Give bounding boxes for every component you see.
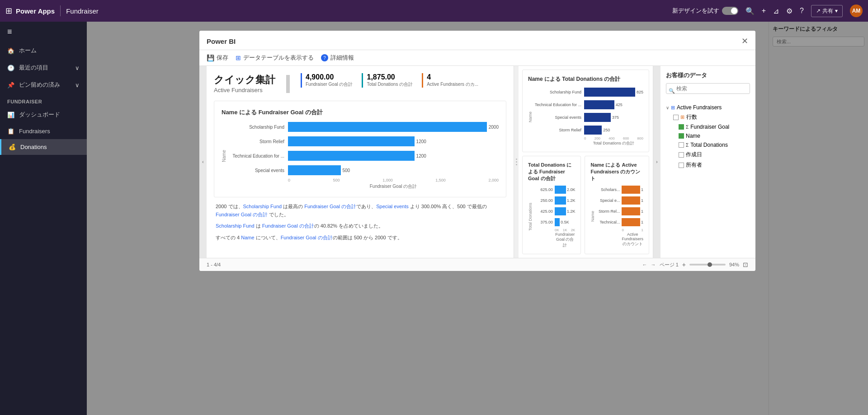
search-icon[interactable]: 🔍: [745, 7, 755, 15]
desc-link-1: Scholarship Fund: [243, 204, 282, 209]
checkbox-fundraiser-goal: [679, 124, 684, 130]
right-top-chart-title: Name による Total Donations の合計: [528, 75, 643, 83]
desc-link-7: Name: [241, 235, 254, 240]
tree-label-rows: 行数: [686, 113, 697, 121]
tree-label-total-donations: Total Donations: [690, 142, 728, 148]
toggle-track[interactable]: [722, 7, 738, 15]
info-button[interactable]: ? 詳細情報: [321, 54, 354, 62]
new-design-toggle[interactable]: 新デザインを試す: [672, 7, 738, 15]
data-table-button[interactable]: ⊞ データテーブルを表示する: [236, 54, 314, 62]
fundraisers-icon: 📋: [7, 128, 14, 135]
modal: Power BI ✕ 💾 保存 ⊞ データテーブルを表示する ? 詳細: [199, 31, 755, 271]
divider-dot-1: [516, 159, 517, 160]
x-axis-ticks: 0 500 1,000 1,500 2,000: [229, 178, 499, 182]
tree-item-owner[interactable]: 所有者: [666, 160, 750, 170]
bl-x-ticks: 0K 1K 2K: [534, 228, 575, 232]
modal-footer: 1 - 4/4 ← → ページ 1 + 94% ⊡: [199, 258, 755, 271]
rtbar-4: Storm Relief 250: [534, 126, 643, 135]
desc-link-4: Fundraiser Goal の合計: [216, 212, 268, 217]
br-x-label: Active Fundraisers のカウント: [597, 232, 643, 247]
page-info: 1 - 4/4: [207, 262, 221, 267]
metric-label-2: Total Donations の合計: [367, 81, 413, 88]
bar-row-2: Storm Relief 1200: [229, 136, 499, 146]
brchart-title: Name による Active Fundraisers のカウント: [590, 162, 643, 182]
filter-icon[interactable]: ⊿: [773, 7, 779, 15]
rt-x-label: Total Donations の合計: [534, 140, 643, 146]
topbar: ⊞ Power Apps Fundraiser 新デザインを試す 🔍 + ⊿ ⚙…: [0, 0, 868, 22]
tree-item-active-fundraisers[interactable]: ∨ ⊞ Active Fundraisers: [666, 103, 750, 112]
donations-icon: 💰: [9, 144, 16, 150]
desc-p2: Scholarship Fund は Fundraiser Goal の合計の …: [216, 222, 505, 230]
fullscreen-icon[interactable]: ⊡: [743, 261, 748, 268]
metric-value-2: 1,875.00: [367, 73, 413, 81]
nav-prev[interactable]: ←: [642, 262, 647, 267]
rtbar-3: Special events 375: [534, 113, 643, 122]
sidebar-item-home[interactable]: 🏠 ホーム: [0, 42, 87, 59]
metric-label-1: Fundraiser Goal の合計: [306, 81, 353, 88]
sidebar-item-dashboard[interactable]: 📊 ダッシュボード: [0, 106, 87, 123]
tree-item-total-donations[interactable]: Σ Total Donations: [666, 140, 750, 149]
y-label-left: Name: [222, 150, 226, 162]
right-collapse-panel[interactable]: ›: [653, 66, 660, 258]
app-name: Power Apps: [16, 7, 55, 15]
bar-val-1: 2000: [489, 125, 499, 130]
sidebar-item-pinned[interactable]: 📌 ピン留めの済み ∨: [0, 76, 87, 93]
sidebar-item-donations[interactable]: 💰 Donations: [0, 139, 87, 155]
folder-icon-1: ⊞: [671, 105, 675, 111]
save-button[interactable]: 💾 保存: [207, 54, 228, 62]
tree-label-owner: 所有者: [686, 161, 702, 169]
data-search-input[interactable]: [666, 83, 750, 94]
bar-row-3: Technical Education for ... 1200: [229, 151, 499, 161]
help-icon[interactable]: ?: [800, 7, 804, 15]
tree-item-name[interactable]: Name: [666, 131, 750, 140]
add-icon[interactable]: +: [762, 7, 766, 15]
nav-next[interactable]: →: [651, 262, 656, 267]
tree-item-created-date[interactable]: 作成日: [666, 149, 750, 160]
search-icon-data: 🔍: [669, 88, 675, 94]
desc-link-5: Scholarship Fund: [216, 223, 255, 228]
tree-item-fundraiser-goal[interactable]: Σ Fundraiser Goal: [666, 122, 750, 131]
left-panel: クイック集計 Active Fundraisers 4,900.00 Fundr…: [207, 66, 514, 258]
sidebar-item-recent[interactable]: 🕐 最近の項目 ∨: [0, 59, 87, 76]
info-icon: ?: [321, 54, 328, 61]
left-collapse-panel[interactable]: ‹: [199, 66, 207, 258]
bottom-charts-row: Total Donations による Fundraiser Goal の合計 …: [522, 156, 649, 254]
vertical-divider[interactable]: [514, 66, 519, 258]
tree-chevron-1: ∨: [666, 105, 669, 110]
blbar-3: 425.00 1.2K: [534, 207, 575, 215]
avatar[interactable]: AM: [850, 5, 863, 17]
settings-icon[interactable]: ⚙: [786, 7, 793, 15]
table-icon-rows: ⊞: [680, 114, 684, 120]
blchart-y-label: Total Donations: [528, 186, 533, 248]
brchart-body: Name Scholars... 1: [590, 186, 643, 247]
home-icon: 🏠: [7, 47, 14, 54]
pin-icon: 📌: [7, 82, 14, 89]
bar-4: [288, 165, 341, 175]
app-logo[interactable]: ⊞ Power Apps: [5, 6, 55, 16]
checkbox-rows: [673, 115, 679, 120]
x-tick-0: 0: [288, 178, 290, 182]
sidebar-item-fundraisers[interactable]: 📋 Fundraisers: [0, 123, 87, 139]
left-chart-body: Name Scholarship Fund 2000: [222, 122, 499, 190]
grid-icon[interactable]: ⊞: [5, 6, 12, 16]
x-tick-1: 500: [333, 178, 340, 182]
blchart-y-text: Total Donations: [528, 203, 533, 231]
zoom-slider[interactable]: [689, 264, 726, 266]
metric-total-donations: 1,875.00 Total Donations の合計: [362, 73, 413, 88]
quick-summary: クイック集計 Active Fundraisers: [214, 73, 275, 93]
modal-close-button[interactable]: ✕: [741, 36, 748, 46]
blbar-4: 375.00 0.5K: [534, 218, 575, 226]
tree-item-rows[interactable]: ⊞ 行数: [666, 112, 750, 122]
brbar-3: Storm Rel... 1: [597, 207, 643, 215]
page-label: ページ 1: [660, 261, 679, 268]
blchart-bars: 625.00 2.0K 250.00: [534, 186, 575, 248]
top-section: クイック集計 Active Fundraisers 4,900.00 Fundr…: [214, 73, 506, 93]
y-label-right-top: Name: [528, 88, 533, 146]
share-button[interactable]: ↗ 共有 ▾: [811, 5, 843, 17]
rtbar-2: Technical Education for ... 425: [534, 100, 643, 109]
sidebar-section-label: Fundraiser: [0, 93, 87, 106]
table-icon: ⊞: [236, 54, 241, 61]
bar-val-2: 1200: [416, 139, 426, 144]
hamburger-menu[interactable]: ≡: [0, 22, 87, 42]
toggle-thumb: [731, 8, 737, 14]
